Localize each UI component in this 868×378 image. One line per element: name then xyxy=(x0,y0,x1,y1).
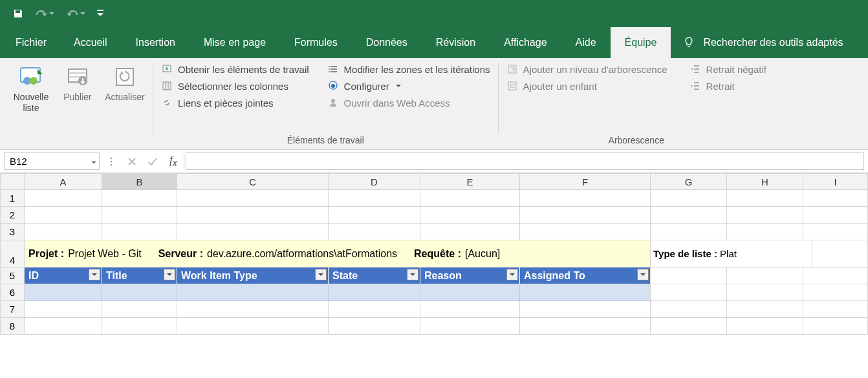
tab-insertion[interactable]: Insertion xyxy=(122,27,190,58)
table-header-state[interactable]: State xyxy=(329,268,420,284)
server-value: dev.azure.com/atformations\atFormations xyxy=(207,248,397,260)
query-value: [Aucun] xyxy=(465,248,500,260)
link-icon xyxy=(161,97,173,109)
quick-access-toolbar xyxy=(0,0,868,27)
table-header-assigned[interactable]: Assigned To xyxy=(520,268,651,284)
chevron-down-icon[interactable] xyxy=(91,156,96,167)
table-row[interactable] xyxy=(520,284,651,301)
tell-me-search[interactable]: Rechercher des outils adaptés xyxy=(671,27,854,58)
row-header-6[interactable]: 6 xyxy=(0,284,25,301)
table-row[interactable] xyxy=(329,284,420,301)
svg-point-38 xyxy=(111,163,113,165)
ribbon-tabs: Fichier Accueil Insertion Mise en page F… xyxy=(0,27,868,58)
filter-button[interactable] xyxy=(407,269,418,280)
tab-accueil[interactable]: Accueil xyxy=(60,27,122,58)
configure-button[interactable]: Configurer xyxy=(325,79,493,93)
svg-rect-25 xyxy=(508,82,516,90)
publish-button[interactable]: Publier xyxy=(58,61,97,134)
select-columns-button[interactable]: Sélectionner les colonnes xyxy=(158,79,312,93)
table-row[interactable] xyxy=(102,284,177,301)
svg-rect-10 xyxy=(163,82,171,90)
row-header-2[interactable]: 2 xyxy=(0,207,25,224)
refresh-label: Actualiser xyxy=(105,92,144,103)
refresh-button[interactable]: Actualiser xyxy=(102,61,147,134)
person-icon xyxy=(327,97,339,109)
svg-point-36 xyxy=(111,157,113,159)
tree-level-icon xyxy=(506,63,518,75)
insert-function-button[interactable]: fx xyxy=(163,150,184,173)
table-header-id[interactable]: ID xyxy=(25,268,102,284)
svg-point-17 xyxy=(329,68,330,70)
formula-input[interactable] xyxy=(186,152,864,170)
row-header-1[interactable]: 1 xyxy=(0,190,25,207)
svg-rect-0 xyxy=(97,10,103,11)
server-label: Serveur : xyxy=(158,248,203,260)
listtype-value: Plat xyxy=(720,248,737,259)
tab-formules[interactable]: Formules xyxy=(280,27,352,58)
col-header-E[interactable]: E xyxy=(420,173,520,190)
row-header-8[interactable]: 8 xyxy=(0,318,25,335)
outdent-icon xyxy=(689,63,701,75)
col-header-F[interactable]: F xyxy=(520,173,651,190)
group-label-tree: Arborescence xyxy=(504,134,769,148)
tab-fichier[interactable]: Fichier xyxy=(3,27,60,58)
filter-button[interactable] xyxy=(315,269,327,280)
indent-icon xyxy=(689,80,701,92)
table-header-type[interactable]: Work Item Type xyxy=(177,268,329,284)
get-work-items-button[interactable]: Obtenir les éléments de travail xyxy=(158,62,312,76)
col-header-B[interactable]: B xyxy=(102,173,177,190)
name-box[interactable]: B12 xyxy=(4,152,100,170)
tab-aide[interactable]: Aide xyxy=(561,27,611,58)
add-child-button[interactable]: Ajouter un enfant xyxy=(504,79,670,93)
save-button[interactable] xyxy=(13,0,23,27)
indent-button[interactable]: Retrait xyxy=(687,79,769,93)
filter-button[interactable] xyxy=(89,269,100,280)
table-row[interactable] xyxy=(177,284,329,301)
tab-mise-en-page[interactable]: Mise en page xyxy=(190,27,280,58)
filter-button[interactable] xyxy=(506,269,518,280)
col-header-A[interactable]: A xyxy=(25,173,102,190)
tab-affichage[interactable]: Affichage xyxy=(490,27,561,58)
publish-icon xyxy=(64,63,91,90)
enter-formula-button[interactable] xyxy=(142,150,163,173)
new-list-button[interactable]: Nouvelle liste xyxy=(9,61,53,134)
svg-rect-8 xyxy=(116,68,133,85)
add-tree-level-button[interactable]: Ajouter un niveau d'arborescence xyxy=(504,62,670,76)
ribbon: Nouvelle liste Publier Actualiser Obteni… xyxy=(0,58,868,150)
edit-areas-button[interactable]: Modifier les zones et les itérations xyxy=(325,62,493,76)
col-header-D[interactable]: D xyxy=(329,173,420,190)
chevron-down-icon xyxy=(396,83,401,89)
tab-donnees[interactable]: Données xyxy=(352,27,422,58)
formula-expand-button[interactable] xyxy=(101,150,122,173)
filter-button[interactable] xyxy=(637,269,649,280)
project-info-band[interactable]: Projet : Projet Web - Git Serveur : dev.… xyxy=(25,240,651,268)
redo-button[interactable] xyxy=(66,0,85,27)
new-list-icon xyxy=(17,63,45,90)
table-header-title[interactable]: Title xyxy=(102,268,177,284)
cancel-formula-button[interactable] xyxy=(122,150,142,173)
customize-qat-button[interactable] xyxy=(97,0,103,27)
filter-button[interactable] xyxy=(164,269,175,280)
row-header-5[interactable]: 5 xyxy=(0,268,25,284)
svg-point-3 xyxy=(30,77,38,85)
row-header-7[interactable]: 7 xyxy=(0,301,25,318)
listtype-label: Type de liste : xyxy=(653,248,717,259)
table-header-reason[interactable]: Reason xyxy=(420,268,520,284)
col-header-I[interactable]: I xyxy=(803,173,868,190)
undo-button[interactable] xyxy=(35,0,54,27)
table-row[interactable] xyxy=(420,284,520,301)
publish-label: Publier xyxy=(63,92,92,103)
row-header-3[interactable]: 3 xyxy=(0,224,25,240)
select-all-corner[interactable] xyxy=(0,173,25,190)
col-header-C[interactable]: C xyxy=(177,173,329,190)
row-header-4[interactable]: 4 xyxy=(0,240,25,268)
outdent-button[interactable]: Retrait négatif xyxy=(687,62,769,76)
formula-bar: B12 fx xyxy=(0,150,868,173)
links-attachments-button[interactable]: Liens et pièces jointes xyxy=(158,96,312,110)
col-header-H[interactable]: H xyxy=(727,173,803,190)
tab-revision[interactable]: Révision xyxy=(422,27,490,58)
tab-equipe[interactable]: Équipe xyxy=(611,27,671,58)
col-header-G[interactable]: G xyxy=(651,173,727,190)
table-row[interactable] xyxy=(25,284,102,301)
open-web-access-button[interactable]: Ouvrir dans Web Access xyxy=(325,96,493,110)
